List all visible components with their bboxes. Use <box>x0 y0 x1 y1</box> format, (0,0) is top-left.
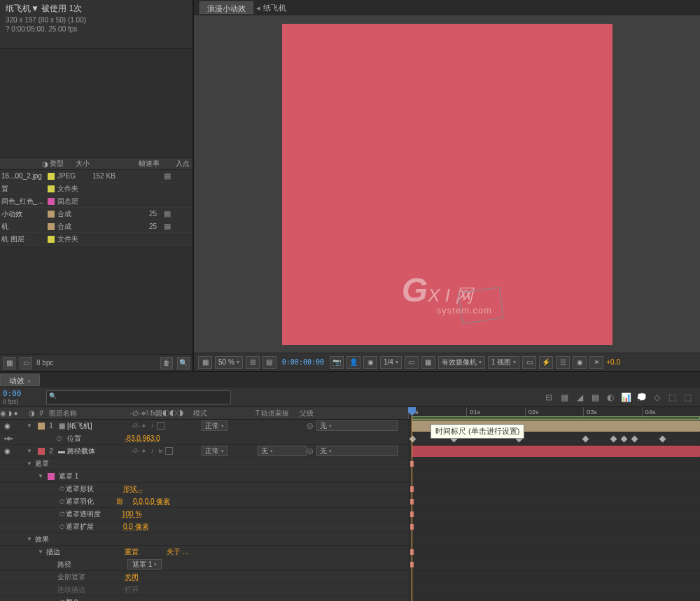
graph-editor-button[interactable]: 📊 <box>619 391 633 404</box>
time-ruler[interactable]: 0s 01s 02s 03s 04s <box>408 407 700 420</box>
safe-zones-button[interactable]: ⊞ <box>246 356 260 369</box>
new-folder-button[interactable]: ▭ <box>20 357 32 369</box>
keyframe-nav[interactable]: ◂◆▸ <box>0 435 17 441</box>
property-row[interactable]: 全部遮罩 关闭 <box>0 571 408 584</box>
roi-button[interactable]: ▭ <box>405 356 419 369</box>
keyframe-icon[interactable] <box>410 436 416 443</box>
blend-mode-dropdown[interactable]: 正常 <box>202 420 227 431</box>
timeline-tab[interactable]: 动效× <box>0 374 40 386</box>
tracks-column[interactable]: 0s 01s 02s 03s 04s 时间标尺 (单击进行设置) <box>408 407 700 601</box>
track-row[interactable] <box>408 483 700 495</box>
track-row[interactable] <box>408 571 700 584</box>
property-row[interactable]: ⏱ 遮罩形状 形状... <box>0 483 408 495</box>
layer-color-swatch[interactable] <box>38 423 45 430</box>
expansion-value[interactable]: 0.0 像素 <box>123 522 149 532</box>
twirl-icon[interactable]: ▼ <box>27 460 35 467</box>
viewer-timecode[interactable]: 0:00:00:00 <box>279 358 327 366</box>
position-value[interactable]: -83.0,963.0 <box>125 434 160 442</box>
color-swatch[interactable] <box>48 236 55 243</box>
layer-row[interactable]: ◉ ▼ 1 ▦ [纸飞机] -∅-∗/ 正常 ◎无 <box>0 420 408 432</box>
property-group[interactable]: ▼ 遮罩 1 <box>0 470 408 483</box>
brainstorm-button[interactable]: 💭 <box>634 391 648 404</box>
flowchart-button[interactable]: ◉ <box>573 356 587 369</box>
layer-search-input[interactable] <box>46 390 231 404</box>
draft-3d-button[interactable]: ▦ <box>557 391 571 404</box>
stopwatch-icon[interactable]: ⏱ <box>57 599 66 602</box>
snapshot-button[interactable]: 📷 <box>330 356 344 369</box>
track-row[interactable] <box>408 445 700 458</box>
property-row[interactable]: ⏱ 遮罩扩展 0.0 像素 <box>0 521 408 533</box>
pickwhip-icon[interactable]: ◎ <box>307 446 314 455</box>
keyframe-icon[interactable] <box>582 436 589 443</box>
shy-button[interactable]: ◢ <box>573 391 587 404</box>
project-column-header[interactable]: ◑ 类型 大小 帧速率 入点 <box>0 157 192 170</box>
pixel-aspect-button[interactable]: ▭ <box>522 356 536 369</box>
bpc-label[interactable]: 8 bpc <box>36 359 53 367</box>
property-group[interactable]: ▼ 遮罩 <box>0 458 408 470</box>
mask-button[interactable]: ▤ <box>262 356 276 369</box>
property-row[interactable]: ⏱ 颜色 <box>0 596 408 601</box>
parent-dropdown[interactable]: 无 <box>316 420 398 431</box>
keyframe-icon[interactable] <box>631 436 638 443</box>
property-group[interactable]: ▼ 描边 重置 关于 ... <box>0 546 408 558</box>
opacity-value[interactable]: 100 % <box>122 510 141 518</box>
current-time[interactable]: 0:00 <box>3 389 38 398</box>
project-row[interactable]: 机 图层 文件夹 <box>0 233 192 246</box>
track-row[interactable] <box>408 584 700 596</box>
stopwatch-icon[interactable]: ⏱ <box>57 498 66 505</box>
canvas-area[interactable]: GX I 网 system.com <box>194 15 700 353</box>
visibility-toggle[interactable]: ◉ <box>0 447 14 455</box>
twirl-icon[interactable]: ▼ <box>27 536 35 542</box>
property-row[interactable]: ◂◆▸ ⏱ 位置 -83.0,963.0 <box>0 432 408 445</box>
path-dropdown[interactable]: 遮罩 1 <box>127 559 162 570</box>
close-icon[interactable]: × <box>27 378 31 385</box>
layer-row[interactable]: ◉ ▼ 2 ▬ 路径载体 -∅-∗/fx 正常 无 ◎无 <box>0 445 408 458</box>
trkmat-dropdown[interactable]: 无 <box>258 446 307 456</box>
property-group[interactable]: ▼ 效果 <box>0 533 408 546</box>
stopwatch-icon[interactable]: ⏱ <box>57 523 66 530</box>
col-in-header[interactable]: 入点 <box>171 159 190 169</box>
visibility-toggle[interactable]: ◉ <box>0 422 14 430</box>
keyframe-icon[interactable] <box>659 436 666 443</box>
track-row[interactable] <box>408 546 700 558</box>
twirl-icon[interactable]: ▼ <box>27 448 36 454</box>
track-row[interactable] <box>408 521 700 533</box>
feather-value[interactable]: 0.0,0.0 像素 <box>133 497 170 507</box>
property-row[interactable]: ⏱ 遮罩透明度 100 % <box>0 508 408 521</box>
track-row[interactable] <box>408 558 700 571</box>
track-row[interactable] <box>408 470 700 483</box>
interpret-footage-button[interactable]: ▦ <box>3 357 15 369</box>
view-layout-dropdown[interactable]: 1 视图 <box>488 356 519 369</box>
project-row[interactable]: 置 文件夹 <box>0 183 192 195</box>
channel-button[interactable]: ◉ <box>363 356 377 369</box>
viewer-tab[interactable]: 浪漫小动效 <box>200 1 253 14</box>
parent-dropdown[interactable]: 无 <box>316 446 398 456</box>
track-row[interactable] <box>408 508 700 521</box>
track-row[interactable] <box>408 458 700 470</box>
viewer-tab[interactable]: 纸飞机 <box>263 3 286 13</box>
track-row[interactable] <box>408 495 700 508</box>
grid-button[interactable]: ▦ <box>198 356 212 369</box>
mask-color-swatch[interactable] <box>48 473 55 480</box>
resolution-dropdown[interactable]: 1/4 <box>380 356 402 369</box>
search-button[interactable]: 🔍 <box>177 357 190 369</box>
col-size-header[interactable]: 大小 <box>76 159 107 169</box>
toolbar-icon[interactable]: ⬚ <box>665 391 679 404</box>
reset-exposure-button[interactable]: ☀ <box>589 356 603 369</box>
show-snapshot-button[interactable]: 👤 <box>346 356 360 369</box>
motion-blur-button[interactable]: ◐ <box>603 391 617 404</box>
auto-keyframe-button[interactable]: ◇ <box>650 391 664 404</box>
layer-column-header[interactable]: ◉ ◗ ● ◑ # 图层名称 -∅-∗\ fx圓◐◐◑ 模式 T 轨道蒙板 父级 <box>0 407 408 420</box>
zoom-dropdown[interactable]: 50 % <box>215 356 243 369</box>
color-swatch[interactable] <box>48 211 55 218</box>
about-link[interactable]: 关于 ... <box>167 547 188 557</box>
composition-canvas[interactable]: GX I 网 system.com <box>282 24 612 345</box>
stopwatch-icon[interactable]: ⏱ <box>57 486 66 493</box>
layer-bar[interactable] <box>412 446 700 457</box>
property-row[interactable]: 路径 遮罩 1 <box>0 558 408 571</box>
current-time-indicator[interactable] <box>412 407 412 601</box>
col-fps-header[interactable]: 帧速率 <box>139 159 170 169</box>
project-row[interactable]: 小动效 合成 25 ▦ <box>0 208 192 220</box>
transparency-grid-button[interactable]: ▦ <box>421 356 435 369</box>
color-swatch[interactable] <box>48 185 55 192</box>
